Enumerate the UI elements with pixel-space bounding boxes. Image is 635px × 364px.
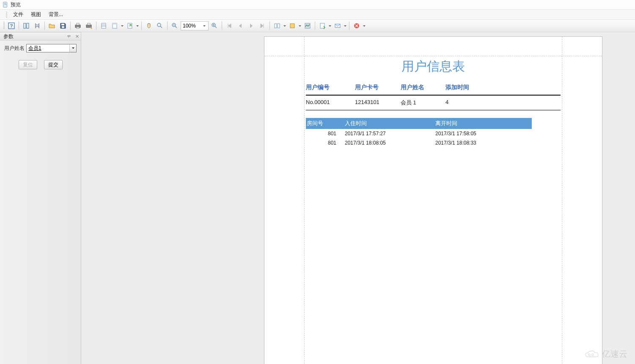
- multipage-button[interactable]: [272, 21, 282, 31]
- watermark: 亿速云: [584, 348, 627, 360]
- menu-file[interactable]: 文件: [11, 10, 25, 19]
- params-panel: 参数 ✕ 用户姓名 会员1 复位 提交: [0, 32, 81, 364]
- margin-guide-top: [264, 56, 602, 56]
- close-icon[interactable]: ✕: [75, 34, 79, 39]
- zoom-value: 100%: [183, 23, 196, 29]
- magnifier-button[interactable]: [155, 21, 165, 31]
- svg-line-22: [175, 26, 177, 28]
- pin-icon[interactable]: [67, 34, 71, 39]
- user-header-row: 用户编号 用户卡号 用户姓名 添加时间: [306, 84, 561, 96]
- zoom-combo[interactable]: 100%: [181, 21, 209, 30]
- submit-button[interactable]: 提交: [44, 60, 63, 69]
- chevron-down-icon: [201, 25, 207, 27]
- svg-rect-14: [102, 23, 106, 28]
- email-button[interactable]: [333, 21, 343, 31]
- cell-checkout: 2017/3/1 17:58:05: [435, 131, 561, 137]
- scale-button[interactable]: [125, 21, 135, 31]
- bookmarks-button[interactable]: [21, 21, 31, 31]
- save-button[interactable]: [58, 21, 68, 31]
- svg-rect-11: [77, 27, 79, 28]
- svg-rect-16: [113, 23, 117, 25]
- detail-header-row: 房间号 入住时间 离开时间: [306, 118, 532, 129]
- svg-rect-6: [27, 23, 29, 28]
- svg-line-19: [160, 26, 162, 28]
- cell-user-name: 会员 1: [401, 99, 445, 107]
- next-page-button[interactable]: [246, 21, 256, 31]
- svg-point-18: [157, 23, 161, 27]
- svg-rect-27: [275, 24, 277, 28]
- help-button[interactable]: ?: [6, 21, 16, 31]
- svg-rect-13: [88, 23, 90, 25]
- svg-rect-29: [290, 24, 294, 28]
- params-panel-header: 参数 ✕: [0, 32, 81, 41]
- menu-background[interactable]: 背景...: [47, 10, 65, 19]
- svg-rect-31: [320, 23, 324, 28]
- zoom-in-button[interactable]: [209, 21, 220, 31]
- cell-checkin: 2017/3/1 17:57:27: [345, 131, 435, 137]
- toolbar-separator: [19, 22, 19, 30]
- header-footer-dropdown[interactable]: [121, 21, 124, 31]
- cell-user-id: No.00001: [306, 99, 355, 107]
- scale-dropdown[interactable]: [136, 21, 139, 31]
- cell-checkout: 2017/3/1 18:08:33: [435, 140, 561, 146]
- print-button[interactable]: [73, 21, 83, 31]
- cell-add-time: 4: [445, 99, 561, 107]
- toolbar-separator: [70, 22, 71, 30]
- cell-user-card: 12143101: [355, 99, 401, 107]
- svg-rect-7: [61, 24, 64, 25]
- margin-guide-left: [304, 37, 305, 364]
- hand-tool-button[interactable]: [144, 21, 154, 31]
- watermark-button[interactable]: [302, 21, 313, 31]
- user-data-row: No.00001 12143101 会员 1 4: [306, 96, 561, 110]
- cell-room: 801: [306, 140, 345, 146]
- margin-guide-right: [562, 37, 562, 364]
- header-footer-button[interactable]: [110, 21, 120, 31]
- toolbar-separator: [315, 22, 315, 30]
- window-title: 预览: [11, 1, 21, 8]
- close-preview-button[interactable]: [352, 21, 362, 31]
- watermark-text: 亿速云: [602, 348, 627, 360]
- preview-area[interactable]: 用户信息表 用户编号 用户卡号 用户姓名 添加时间 No.00001 12143…: [81, 32, 635, 364]
- toolbar-separator: [222, 22, 222, 30]
- open-button[interactable]: [47, 21, 57, 31]
- toolbar: ? 100%: [0, 19, 635, 32]
- param-combo-username[interactable]: 会员1: [26, 44, 77, 52]
- svg-rect-5: [24, 23, 26, 28]
- close-dropdown[interactable]: [363, 21, 366, 31]
- zoom-out-button[interactable]: [170, 21, 180, 31]
- prev-page-button[interactable]: [235, 21, 245, 31]
- export-dropdown[interactable]: [328, 21, 332, 31]
- report-content: 用户信息表 用户编号 用户卡号 用户姓名 添加时间 No.00001 12143…: [306, 58, 561, 148]
- toolbar-separator: [269, 22, 270, 30]
- quick-print-button[interactable]: [84, 21, 94, 31]
- col-header-room: 房间号: [306, 120, 345, 127]
- svg-rect-10: [77, 23, 79, 25]
- last-page-button[interactable]: [257, 21, 267, 31]
- toolbar-separator: [349, 22, 349, 30]
- reset-button[interactable]: 复位: [19, 60, 37, 69]
- chevron-down-icon: [69, 44, 76, 52]
- report-title: 用户信息表: [306, 58, 561, 75]
- report-page: 用户信息表 用户编号 用户卡号 用户姓名 添加时间 No.00001 12143…: [264, 36, 602, 364]
- svg-point-36: [588, 353, 590, 355]
- export-button[interactable]: [317, 21, 327, 31]
- col-header-add-time: 添加时间: [445, 84, 561, 91]
- multipage-dropdown[interactable]: [283, 21, 286, 31]
- svg-rect-8: [62, 26, 64, 28]
- email-dropdown[interactable]: [344, 21, 347, 31]
- col-header-checkin: 入住时间: [345, 120, 435, 127]
- toolbar-separator: [44, 22, 45, 30]
- color-button[interactable]: [287, 21, 297, 31]
- page-setup-button[interactable]: [99, 21, 109, 31]
- title-bar: 预览: [0, 0, 635, 9]
- param-combo-value: 会员1: [27, 45, 41, 52]
- col-header-user-card: 用户卡号: [355, 84, 401, 91]
- color-dropdown[interactable]: [298, 21, 302, 31]
- menu-view[interactable]: 视图: [29, 10, 43, 19]
- col-header-user-id: 用户编号: [306, 84, 355, 91]
- param-row-username: 用户姓名 会员1: [4, 44, 77, 52]
- find-button[interactable]: [32, 21, 42, 31]
- detail-data-row: 801 2017/3/1 17:57:27 2017/3/1 17:58:05: [306, 129, 561, 138]
- svg-point-37: [592, 353, 594, 355]
- first-page-button[interactable]: [224, 21, 234, 31]
